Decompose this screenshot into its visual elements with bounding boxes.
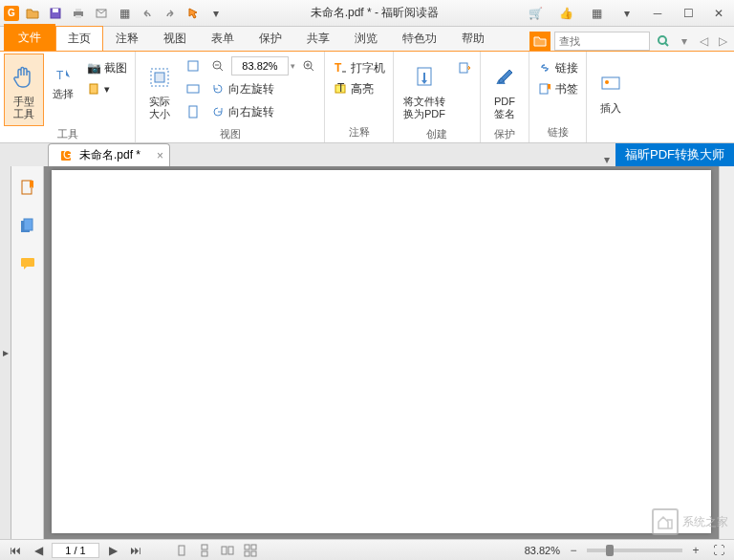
sign-label: PDF 签名 xyxy=(494,96,515,120)
hand-tool-label: 手型 工具 xyxy=(13,96,34,120)
insert-button[interactable]: 插入 xyxy=(591,54,631,126)
search-icon[interactable] xyxy=(654,32,673,51)
svg-rect-21 xyxy=(540,84,548,94)
save-icon[interactable] xyxy=(46,4,65,23)
bookmark-button[interactable]: 书签 xyxy=(533,78,582,99)
ribbon-group-links: 链接 书签 链接 xyxy=(529,52,587,142)
zoom-out-button[interactable] xyxy=(206,55,229,76)
cursor-icon[interactable] xyxy=(184,4,203,23)
svg-rect-38 xyxy=(251,551,256,556)
screenshot-button[interactable]: 📷截图 xyxy=(82,57,131,78)
fit-visible-button[interactable] xyxy=(182,101,205,122)
bookmarks-panel-icon[interactable] xyxy=(16,176,39,199)
close-button[interactable]: ✕ xyxy=(707,4,730,23)
tab-annotation[interactable]: 注释 xyxy=(103,26,151,51)
tab-protect[interactable]: 保护 xyxy=(247,26,294,51)
redo-icon[interactable] xyxy=(161,4,180,23)
highlight-button[interactable]: T高亮 xyxy=(329,78,389,99)
zoom-out-status-button[interactable]: − xyxy=(564,542,583,559)
tab-share[interactable]: 共享 xyxy=(294,26,342,51)
insert-label: 插入 xyxy=(600,102,621,115)
zoom-input[interactable] xyxy=(231,56,289,75)
svg-rect-3 xyxy=(76,9,81,11)
convert-button[interactable]: 将文件转 换为PDF xyxy=(398,54,451,126)
page-number-input[interactable] xyxy=(52,543,99,558)
svg-rect-10 xyxy=(155,73,164,82)
maximize-button[interactable]: ☐ xyxy=(677,4,700,23)
window-controls: 🛒 👍 ▦ ▾ ─ ☐ ✕ xyxy=(524,4,730,23)
hand-icon xyxy=(11,59,37,96)
vertical-scrollbar[interactable] xyxy=(719,166,734,539)
rotate-right-button[interactable]: 向右旋转 xyxy=(206,101,278,122)
tab-home[interactable]: 主页 xyxy=(55,26,103,51)
highlight-label: 高亮 xyxy=(351,81,374,97)
fit-width-button[interactable] xyxy=(182,78,205,99)
prev-page-button[interactable]: ◀ xyxy=(29,542,48,559)
undo-icon[interactable] xyxy=(138,4,157,23)
tab-view[interactable]: 视图 xyxy=(151,26,199,51)
continuous-view-icon[interactable] xyxy=(195,542,214,559)
zoom-slider-thumb[interactable] xyxy=(606,545,614,556)
hand-tool-button[interactable]: 手型 工具 xyxy=(4,54,44,126)
prev-icon[interactable]: ◁ xyxy=(696,32,711,51)
apps-icon[interactable]: ▦ xyxy=(585,4,608,23)
tab-help[interactable]: 帮助 xyxy=(449,26,497,51)
search-folder-icon[interactable] xyxy=(529,32,550,51)
sign-button[interactable]: PDF 签名 xyxy=(485,54,525,126)
fullscreen-icon[interactable]: ⛶ xyxy=(709,542,728,559)
rotate-left-button[interactable]: 向左旋转 xyxy=(206,78,278,99)
email-icon[interactable] xyxy=(92,4,111,23)
open-icon[interactable] xyxy=(23,4,42,23)
zoom-in-status-button[interactable]: + xyxy=(686,542,705,559)
svg-point-6 xyxy=(658,36,666,44)
promo-banner[interactable]: 福昕PDF转换大师 xyxy=(615,143,734,166)
tab-overflow-icon[interactable]: ▾ xyxy=(604,153,610,166)
last-page-button[interactable]: ⏭ xyxy=(126,542,145,559)
clipboard-icon xyxy=(86,81,101,97)
tab-special[interactable]: 特色功 xyxy=(390,26,449,51)
pages-panel-icon[interactable] xyxy=(16,214,39,237)
actual-size-button[interactable]: 实际 大小 xyxy=(140,54,180,126)
svg-point-23 xyxy=(605,80,609,84)
print-icon[interactable] xyxy=(69,4,88,23)
svg-rect-31 xyxy=(202,545,207,549)
camera-icon: 📷 xyxy=(86,60,101,75)
link-icon xyxy=(537,60,552,75)
ribbon-group-protect: PDF 签名 保护 xyxy=(481,52,529,142)
svg-text:T: T xyxy=(335,61,342,75)
create-extra-button[interactable] xyxy=(453,57,476,78)
search-input[interactable] xyxy=(554,32,650,51)
typewriter-icon: T xyxy=(333,60,348,75)
continuous-facing-icon[interactable] xyxy=(241,542,260,559)
bookmark-icon xyxy=(537,81,552,97)
cart-icon[interactable]: 🛒 xyxy=(524,4,547,23)
typewriter-button[interactable]: T打字机 xyxy=(329,57,389,78)
clipboard-button[interactable]: ▾ xyxy=(82,78,131,99)
link-button[interactable]: 链接 xyxy=(533,57,582,78)
comments-panel-icon[interactable] xyxy=(16,252,39,275)
zoom-in-button[interactable] xyxy=(297,55,320,76)
thumbs-up-icon[interactable]: 👍 xyxy=(554,4,577,23)
find-expand-icon[interactable]: ▾ xyxy=(677,32,692,51)
qat-icon[interactable]: ▦ xyxy=(115,4,134,23)
ribbon-group-tools: 手型 工具 T 选择 📷截图 ▾ 工具 xyxy=(0,52,136,142)
fit-page-button[interactable] xyxy=(182,55,205,76)
sidebar-collapse-handle[interactable]: ▸ xyxy=(0,166,11,539)
status-bar: ⏮ ◀ ▶ ⏭ 83.82% − + ⛶ xyxy=(0,539,734,560)
next-page-button[interactable]: ▶ xyxy=(103,542,122,559)
document-viewport[interactable] xyxy=(44,166,719,539)
first-page-button[interactable]: ⏮ xyxy=(6,542,25,559)
select-tool-button[interactable]: T 选择 xyxy=(46,54,80,107)
tab-close-icon[interactable]: × xyxy=(157,149,163,162)
qat-more-icon[interactable]: ▾ xyxy=(206,4,226,23)
tab-browse[interactable]: 浏览 xyxy=(342,26,390,51)
minimize-button[interactable]: ─ xyxy=(646,4,669,23)
file-menu[interactable]: 文件 xyxy=(4,24,55,51)
zoom-slider[interactable] xyxy=(587,549,682,552)
single-page-view-icon[interactable] xyxy=(172,542,191,559)
document-tab[interactable]: G 未命名.pdf * × xyxy=(48,143,170,166)
facing-view-icon[interactable] xyxy=(218,542,237,559)
tab-form[interactable]: 表单 xyxy=(199,26,247,51)
options-icon[interactable]: ▾ xyxy=(615,4,638,23)
next-icon[interactable]: ▷ xyxy=(715,32,730,51)
